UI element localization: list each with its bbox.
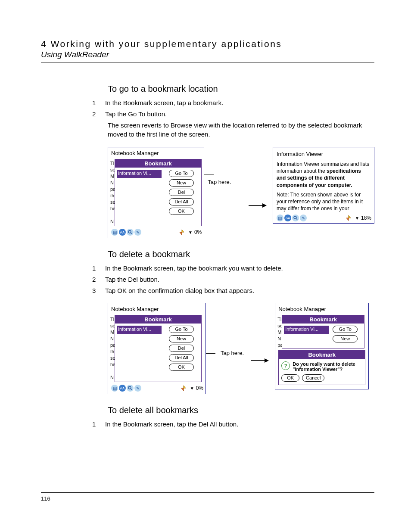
new-button[interactable]: New xyxy=(333,335,358,342)
annot-goto: Tap here. xyxy=(204,170,242,186)
app-title: Notebook Manager xyxy=(111,150,202,156)
svg-marker-12 xyxy=(184,386,186,388)
svg-marker-2 xyxy=(182,230,184,232)
step-num: 3 xyxy=(92,286,105,296)
doc-icon[interactable]: ▤ xyxy=(111,385,118,392)
nav-icon[interactable] xyxy=(181,385,187,391)
heading-delall: To delete all bookmarks xyxy=(108,405,374,415)
screenshot-bookmark-del: Notebook Manager Tl se M N pa th se ha N… xyxy=(108,303,206,394)
step-num: 2 xyxy=(92,109,105,119)
arrow-icon xyxy=(248,177,267,208)
dropdown-icon[interactable]: ▼ xyxy=(188,230,193,235)
chapter-title: 4 Working with your supplementary applic… xyxy=(41,39,374,49)
bookmark-list[interactable]: Information Vi... xyxy=(117,170,162,224)
step-note: The screen reverts to Browse view with t… xyxy=(108,121,374,140)
search-icon[interactable] xyxy=(127,229,134,236)
panel-title: Bookmark xyxy=(115,315,201,324)
ok-button[interactable]: OK xyxy=(169,208,194,215)
toolbar: ▤ Aᴀ ✎ ▼ 0% xyxy=(110,229,202,236)
confirm-dialog: Bookmark ? Do you really want to delete … xyxy=(278,350,365,385)
svg-marker-15 xyxy=(265,358,269,363)
bookmark-icon[interactable]: ✎ xyxy=(134,229,141,236)
svg-line-7 xyxy=(296,219,297,220)
bookmark-panel: Bookmark Information Vi... Go To New Del… xyxy=(115,159,202,226)
step-text: In the Bookmark screen, tap a bookmark. xyxy=(105,98,374,108)
delall-button[interactable]: Del All xyxy=(169,198,194,205)
dropdown-icon[interactable]: ▼ xyxy=(355,216,359,221)
screenshot-confirm: Notebook Manager Tl se M N pa Bookmark I… xyxy=(275,303,369,389)
svg-marker-3 xyxy=(180,232,182,235)
progress-pct: 18% xyxy=(361,215,371,221)
confirm-title: Bookmark xyxy=(279,351,365,359)
doc-icon[interactable]: ▤ xyxy=(111,229,118,236)
svg-marker-8 xyxy=(349,215,351,218)
page-header: 4 Working with your supplementary applic… xyxy=(41,39,374,62)
question-icon: ? xyxy=(281,361,290,370)
svg-marker-9 xyxy=(346,218,349,221)
heading-delete: To delete a bookmark xyxy=(108,249,374,259)
bookmark-panel: Bookmark Information Vi... Go To New xyxy=(282,315,364,348)
step-num: 1 xyxy=(92,420,105,429)
bookmark-icon[interactable]: ✎ xyxy=(300,215,307,221)
svg-line-11 xyxy=(131,389,132,390)
step-num: 2 xyxy=(92,275,105,284)
annot-del: Tap here. xyxy=(206,349,244,357)
dropdown-icon[interactable]: ▼ xyxy=(190,386,194,391)
progress-pct: 0% xyxy=(196,385,203,391)
bookmark-item[interactable]: Information Vi... xyxy=(117,170,162,178)
bookmark-item[interactable]: Information Vi... xyxy=(117,326,162,334)
panel-title: Bookmark xyxy=(282,315,364,324)
step-text: In the Bookmark screen, tap the bookmark… xyxy=(105,264,374,273)
info-note: Note: The screen shown above is for your… xyxy=(277,191,371,212)
bookmark-list[interactable]: Information Vi... xyxy=(117,326,162,380)
confirm-ok-button[interactable]: OK xyxy=(281,374,299,382)
toolbar: ▤ Aᴀ ✎ ▼ 0% xyxy=(110,385,203,392)
bookmark-list[interactable]: Information Vi... xyxy=(284,326,326,346)
screenshot-info-viewer: Information Viewer Information Viewer su… xyxy=(273,147,374,224)
delall-button[interactable]: Del All xyxy=(169,354,194,361)
svg-marker-13 xyxy=(181,388,184,391)
figure-row-goto: Notebook Manager Tl se M N pa th se ha N… xyxy=(108,147,374,238)
bookmark-item[interactable]: Information Vi... xyxy=(284,326,329,334)
step-text: Tap OK on the confirmation dialog box th… xyxy=(105,286,374,296)
del-button[interactable]: Del xyxy=(169,345,194,352)
goto-button[interactable]: Go To xyxy=(333,326,358,333)
page-number: 116 xyxy=(41,495,50,502)
screenshot-bookmark-goto: Notebook Manager Tl se M N pa th se ha N… xyxy=(108,147,204,238)
progress-pct: 0% xyxy=(194,229,202,235)
svg-point-10 xyxy=(128,386,131,389)
font-icon[interactable]: Aᴀ xyxy=(284,215,291,221)
info-title: Information Viewer xyxy=(277,151,371,157)
panel-title: Bookmark xyxy=(115,159,201,168)
confirm-cancel-button[interactable]: Cancel xyxy=(302,374,324,382)
font-icon[interactable]: Aᴀ xyxy=(119,385,126,392)
bookmark-icon[interactable]: ✎ xyxy=(134,385,141,392)
ok-button[interactable]: OK xyxy=(169,364,194,371)
nav-icon[interactable] xyxy=(346,215,352,221)
font-icon[interactable]: Aᴀ xyxy=(119,229,126,236)
new-button[interactable]: New xyxy=(169,335,194,342)
section-title: Using WalkReader xyxy=(41,50,374,59)
page-footer: 116 xyxy=(41,492,374,502)
app-title: Notebook Manager xyxy=(111,306,203,312)
search-icon[interactable] xyxy=(127,385,134,392)
goto-button[interactable]: Go To xyxy=(169,326,194,333)
step-text: In the Bookmark screen, tap the Del All … xyxy=(105,420,374,429)
arrow-icon xyxy=(250,333,269,364)
goto-button[interactable]: Go To xyxy=(169,170,194,177)
search-icon[interactable] xyxy=(292,215,299,221)
new-button[interactable]: New xyxy=(169,179,194,187)
toolbar: ▤ Aᴀ ✎ ▼ 18% xyxy=(276,215,371,221)
app-title: Notebook Manager xyxy=(278,306,366,312)
svg-marker-5 xyxy=(262,203,267,208)
del-button[interactable]: Del xyxy=(169,189,194,196)
svg-line-1 xyxy=(131,233,132,234)
doc-icon[interactable]: ▤ xyxy=(277,215,283,221)
svg-point-6 xyxy=(294,216,296,219)
figure-row-delete: Notebook Manager Tl se M N pa th se ha N… xyxy=(108,303,374,394)
info-body: Information Viewer summarizes and lists … xyxy=(277,161,371,189)
step-num: 1 xyxy=(92,98,105,108)
confirm-msg: Do you really want to delete "Informatio… xyxy=(293,361,362,372)
heading-goto: To go to a bookmark location xyxy=(108,84,374,94)
nav-icon[interactable] xyxy=(179,229,185,235)
